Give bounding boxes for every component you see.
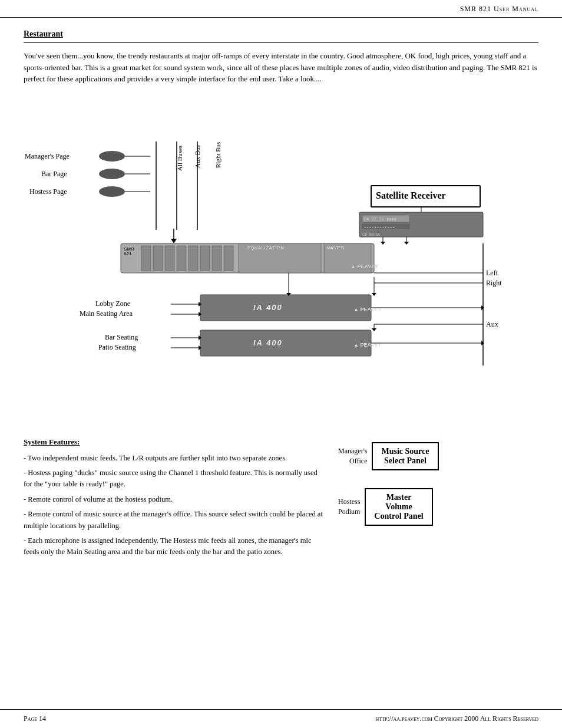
header-title: SMR 821 User Manual [460, 5, 538, 14]
music-source-panel-row: Manager'sOffice Music Source Select Pane… [338, 442, 439, 470]
body-paragraph: You've seen them...you know, the trendy … [24, 50, 538, 85]
diagram-svg: Manager's Page Bar Page Hostess Page [24, 94, 538, 424]
feature-item-2: - Hostess paging "ducks" music source us… [24, 467, 326, 490]
smr-ch7 [212, 246, 222, 271]
amp2-label: IA 400 [253, 338, 283, 347]
feature-item-5: - Each microphone is assigned independen… [24, 535, 326, 558]
sat-smr-arrow1 [381, 242, 385, 245]
lower-section: System Features: - Two independent music… [24, 436, 538, 562]
aux-label: Aux [486, 320, 498, 328]
amp1-unit [200, 295, 371, 321]
sat-cd-label: CD-800 SA [362, 233, 380, 236]
peavey-brand: ▲ PEAVEY [351, 263, 378, 269]
music-source-panel-box: Music Source Select Panel [372, 442, 438, 470]
smr-ch5 [189, 246, 198, 271]
right-label: Right [486, 279, 502, 287]
system-features-section: System Features: - Two independent music… [24, 436, 326, 562]
right-bus-label: Right Bus [214, 141, 222, 167]
footer-copyright: http://aa.peavey.com Copyright 2000 All … [376, 714, 538, 723]
page-footer: Page 14 http://aa.peavey.com Copyright 2… [0, 709, 562, 728]
sat-display-text: 04 02:31 ▮▮▮▮ [364, 217, 396, 222]
managers-page-label: Manager's Page [25, 152, 70, 160]
all-buses-label: All Buses [176, 145, 183, 170]
lr-amp1-arrow [372, 293, 376, 296]
aux-bus-label: Aux Bus [194, 145, 201, 168]
smr-ch4 [177, 246, 186, 271]
feature-item-3: - Remote control of volume at the hostes… [24, 494, 326, 505]
page-number: Page 14 [24, 714, 46, 723]
smr-ch6 [200, 246, 210, 271]
hostess-page-label: Hostess Page [29, 187, 67, 196]
patio-seating-label: Patio Seating [98, 343, 136, 351]
eq-label: EQUALIZATION [247, 246, 285, 251]
page-header: SMR 821 User Manual [0, 0, 562, 18]
main-seating-label: Main Seating Area [80, 309, 133, 318]
smr-ch8 [224, 246, 233, 271]
page-wrapper: SMR 821 User Manual Restaurant You've se… [0, 0, 562, 728]
feature-item-1: - Two independent music feeds. The L/R o… [24, 453, 326, 464]
diagram-area: Manager's Page Bar Page Hostess Page [24, 94, 538, 424]
master-volume-panel-row: HostessPodium Master Volume Control Pane… [338, 488, 433, 526]
hostess-podium-label: HostessPodium [338, 497, 360, 517]
managers-office-label: Manager'sOffice [338, 446, 367, 466]
smr-ch3 [165, 246, 174, 271]
feature-item-4: - Remote control of music source at the … [24, 509, 326, 532]
sat-receiver-label: Satellite Receiver [376, 190, 446, 200]
left-label: Left [486, 269, 498, 277]
smr-ch1 [141, 246, 151, 271]
aux-amp2-arrow [372, 328, 376, 331]
bar-page-label: Bar Page [41, 170, 67, 178]
master-volume-panel-box: Master Volume Control Panel [365, 488, 432, 526]
amp2-unit [200, 330, 371, 356]
smr-ch2 [153, 246, 163, 271]
section-title: Restaurant [24, 29, 538, 39]
main-content: Restaurant You've seen them...you know, … [0, 18, 562, 574]
amp1-label: IA 400 [253, 303, 283, 312]
sat-button-row: ● ● ● ● ● ● ● ● ● ● ● ● [364, 225, 395, 229]
smr-model: 821 [124, 251, 132, 256]
bar-seating-label: Bar Seating [105, 333, 138, 341]
sat-smr-arrow2 [404, 242, 409, 245]
master-label: MASTER [327, 246, 344, 250]
system-features-title: System Features: [24, 436, 326, 448]
lobby-zone-label: Lobby Zone [95, 299, 130, 308]
section-divider [24, 42, 538, 43]
bus-to-smr-arrow [171, 239, 177, 243]
right-panels: Manager'sOffice Music Source Select Pane… [338, 436, 538, 562]
